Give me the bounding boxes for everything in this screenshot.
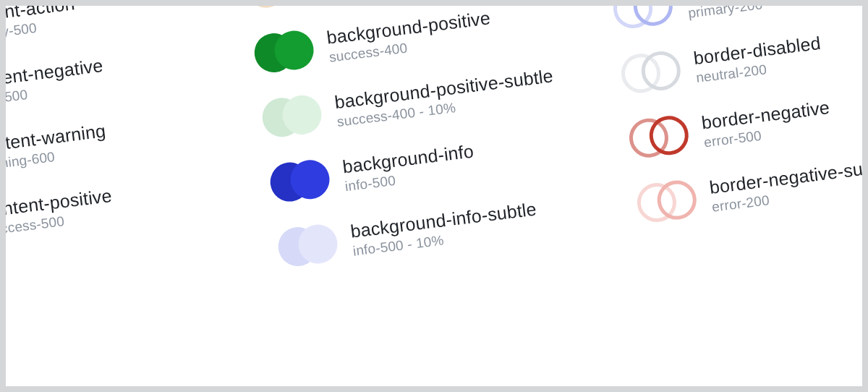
fill-swatch-icon: [258, 90, 326, 142]
fill-swatch-icon: [266, 155, 333, 207]
rotated-stage: Aaa content-disabled neutral-600 Aaa con…: [6, 6, 862, 315]
ring-swatch-icon: [617, 46, 684, 98]
background-tokens-column: background-warning warning-500 backgroun…: [234, 6, 595, 271]
content-tokens-column: Aaa content-disabled neutral-600 Aaa con…: [6, 6, 237, 315]
ring-swatch-icon: [609, 6, 676, 33]
list-item: Aaa content-positive success-500: [6, 168, 229, 251]
design-token-palette: Aaa content-disabled neutral-600 Aaa con…: [6, 6, 862, 386]
ring-swatch-icon: [625, 111, 692, 163]
fill-swatch-icon: [274, 219, 341, 271]
list-item: background-info-subtle info-500 - 10%: [274, 188, 595, 271]
ring-swatch-icon: [633, 175, 700, 227]
token-alias: primary-200: [687, 6, 851, 21]
fill-swatch-icon: [242, 6, 310, 13]
border-tokens-column: border-action primary-500 border-action-…: [594, 6, 862, 227]
fill-swatch-icon: [250, 25, 318, 77]
